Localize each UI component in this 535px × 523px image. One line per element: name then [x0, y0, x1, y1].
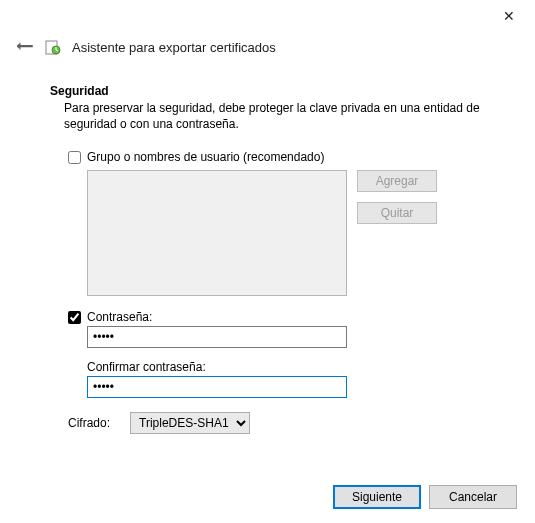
wizard-title: Asistente para exportar certificados — [72, 40, 276, 55]
password-checkbox[interactable] — [68, 311, 81, 324]
close-icon[interactable]: ✕ — [495, 6, 523, 30]
group-checkbox[interactable] — [68, 151, 81, 164]
back-arrow-icon[interactable]: 🠔 — [16, 38, 34, 56]
confirm-password-label: Confirmar contraseña: — [87, 360, 490, 374]
section-description: Para preservar la seguridad, debe proteg… — [64, 100, 490, 132]
confirm-password-input[interactable] — [87, 376, 347, 398]
cipher-label: Cifrado: — [68, 416, 110, 430]
cipher-select[interactable]: TripleDES-SHA1 — [130, 412, 250, 434]
password-label: Contraseña: — [87, 310, 152, 324]
group-label: Grupo o nombres de usuario (recomendado) — [87, 150, 324, 164]
remove-button: Quitar — [357, 202, 437, 224]
principals-listbox — [87, 170, 347, 296]
section-heading: Seguridad — [50, 84, 490, 98]
password-input[interactable] — [87, 326, 347, 348]
certificate-wizard-icon — [44, 38, 62, 56]
cancel-button[interactable]: Cancelar — [429, 485, 517, 509]
next-button[interactable]: Siguiente — [333, 485, 421, 509]
add-button: Agregar — [357, 170, 437, 192]
